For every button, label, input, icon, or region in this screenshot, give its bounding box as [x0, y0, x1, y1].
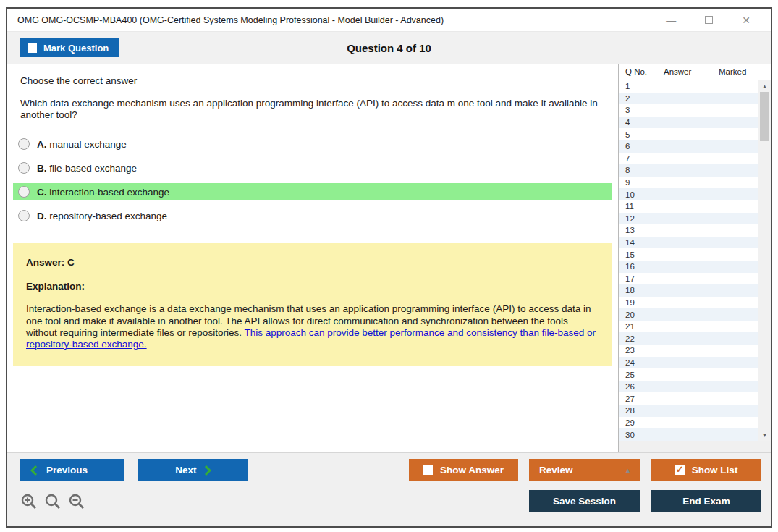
- question-list-row[interactable]: 25: [619, 368, 758, 381]
- bottom-toolbar: Previous Next Show Answer Review ▲ Show …: [7, 452, 771, 526]
- col-answer: Answer: [664, 67, 719, 76]
- radio-icon[interactable]: [18, 210, 30, 221]
- option-d[interactable]: D. repository-based exchange: [13, 207, 612, 224]
- question-list-row[interactable]: 27: [619, 392, 758, 405]
- question-rows: 1234567891011121314151617181920212223242…: [619, 80, 758, 441]
- minimize-icon[interactable]: —: [666, 15, 676, 25]
- question-list: 1234567891011121314151617181920212223242…: [619, 80, 771, 441]
- show-list-checkbox[interactable]: [675, 465, 685, 475]
- scroll-up-icon[interactable]: ▲: [758, 80, 771, 92]
- radio-icon[interactable]: [18, 162, 30, 174]
- question-list-row[interactable]: 19: [619, 297, 758, 309]
- question-list-row[interactable]: 26: [619, 381, 758, 393]
- question-list-row[interactable]: 5: [619, 128, 758, 140]
- question-list-row[interactable]: 21: [619, 321, 758, 333]
- scroll-down-icon[interactable]: ▼: [758, 429, 771, 441]
- option-label: C. interaction-based exchange: [37, 187, 169, 198]
- save-session-button[interactable]: Save Session: [529, 490, 640, 512]
- explanation-box: Answer: C Explanation: Interaction-based…: [13, 243, 612, 366]
- question-list-row[interactable]: 9: [619, 177, 758, 189]
- mark-question-button[interactable]: Mark Question: [20, 38, 119, 57]
- question-list-row[interactable]: 11: [619, 200, 758, 213]
- review-button[interactable]: Review ▲: [529, 459, 640, 481]
- question-list-row[interactable]: 14: [619, 237, 758, 249]
- answer-label: Answer: C: [26, 257, 597, 268]
- explanation-label: Explanation:: [26, 281, 597, 292]
- answer-options: A. manual exchange B. file-based exchang…: [13, 135, 612, 224]
- mark-question-label: Mark Question: [43, 43, 109, 54]
- caret-up-icon: ▲: [625, 467, 631, 474]
- option-b[interactable]: B. file-based exchange: [13, 159, 612, 177]
- maximize-icon[interactable]: [705, 15, 713, 25]
- question-list-row[interactable]: 12: [619, 213, 758, 225]
- question-text: Which data exchange mechanism uses an ap…: [13, 98, 612, 121]
- zoom-out-icon[interactable]: [68, 493, 85, 510]
- question-list-row[interactable]: 24: [619, 357, 758, 369]
- sidebar-filler: [619, 441, 771, 452]
- window-controls: — ✕: [666, 15, 771, 25]
- question-list-row[interactable]: 13: [619, 224, 758, 237]
- question-list-row[interactable]: 23: [619, 345, 758, 357]
- question-list-row[interactable]: 17: [619, 273, 758, 285]
- question-list-row[interactable]: 15: [619, 248, 758, 261]
- question-counter: Question 4 of 10: [7, 42, 771, 54]
- main-area: Choose the correct answer Which data exc…: [7, 64, 771, 452]
- question-list-row[interactable]: 6: [619, 140, 758, 153]
- scrollbar-thumb[interactable]: [760, 92, 769, 141]
- question-list-row[interactable]: 3: [619, 104, 758, 117]
- question-list-row[interactable]: 22: [619, 332, 758, 345]
- question-list-row[interactable]: 28: [619, 405, 758, 417]
- show-answer-checkbox[interactable]: [423, 465, 433, 475]
- chevron-left-icon: [30, 465, 38, 476]
- question-list-sidebar: Q No. Answer Marked 12345678910111213141…: [618, 64, 771, 452]
- question-list-row[interactable]: 18: [619, 284, 758, 297]
- question-list-row[interactable]: 20: [619, 308, 758, 321]
- question-list-row[interactable]: 30: [619, 428, 758, 441]
- question-list-header: Q No. Answer Marked: [619, 64, 771, 80]
- show-list-button[interactable]: Show List: [651, 459, 761, 481]
- close-icon[interactable]: ✕: [742, 15, 750, 25]
- end-exam-button[interactable]: End Exam: [651, 490, 761, 512]
- question-header-bar: Mark Question Question 4 of 10: [7, 32, 771, 64]
- question-list-row[interactable]: 1: [619, 80, 758, 93]
- zoom-tools: [20, 493, 85, 510]
- zoom-in-icon[interactable]: [20, 493, 38, 510]
- option-a[interactable]: A. manual exchange: [13, 135, 612, 153]
- explanation-text: Interaction-based exchange is a data exc…: [26, 303, 597, 350]
- question-list-row[interactable]: 2: [619, 93, 758, 105]
- option-label: A. manual exchange: [37, 139, 127, 150]
- question-list-row[interactable]: 7: [619, 153, 758, 165]
- col-qno: Q No.: [619, 67, 664, 76]
- app-window: OMG OMG-OCSMP-MBA400 (OMG-Certified Syst…: [6, 7, 772, 528]
- next-button[interactable]: Next: [138, 459, 248, 481]
- show-answer-button[interactable]: Show Answer: [409, 459, 518, 481]
- scrollbar[interactable]: ▲ ▼: [758, 80, 771, 441]
- instruction-text: Choose the correct answer: [13, 75, 612, 86]
- question-list-row[interactable]: 29: [619, 417, 758, 429]
- zoom-reset-icon[interactable]: [44, 493, 62, 510]
- question-list-row[interactable]: 10: [619, 188, 758, 200]
- option-c[interactable]: C. interaction-based exchange: [13, 183, 612, 200]
- title-bar: OMG OMG-OCSMP-MBA400 (OMG-Certified Syst…: [7, 9, 771, 32]
- radio-icon[interactable]: [18, 186, 30, 198]
- chevron-right-icon: [204, 465, 211, 476]
- question-list-row[interactable]: 16: [619, 261, 758, 273]
- question-list-row[interactable]: 8: [619, 164, 758, 177]
- question-panel: Choose the correct answer Which data exc…: [7, 64, 618, 452]
- mark-question-checkbox[interactable]: [28, 43, 37, 53]
- question-list-row[interactable]: 4: [619, 117, 758, 129]
- window-title: OMG OMG-OCSMP-MBA400 (OMG-Certified Syst…: [7, 15, 666, 25]
- option-label: B. file-based exchange: [37, 163, 137, 174]
- col-marked: Marked: [719, 67, 771, 76]
- radio-icon[interactable]: [18, 138, 30, 150]
- option-label: D. repository-based exchange: [37, 211, 167, 221]
- previous-button[interactable]: Previous: [20, 459, 124, 481]
